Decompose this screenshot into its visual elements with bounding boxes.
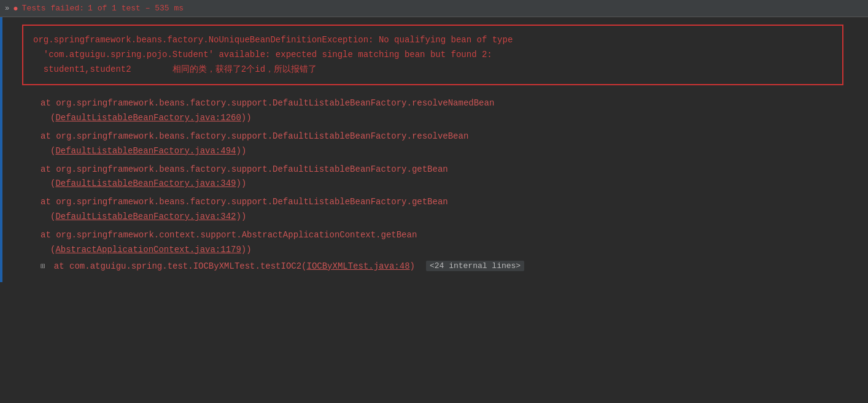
tests-failed-label: Tests failed: — [22, 4, 84, 13]
error-line-3-chinese: 相同的类，获得了2个id，所以报错了 — [131, 63, 317, 77]
expand-icon[interactable]: ⊞ — [41, 261, 45, 271]
stack-entry-3: at org.springframework.beans.factory.sup… — [41, 195, 868, 225]
stack-link-2: (DefaultListableBeanFactory.java:349)) — [41, 177, 868, 191]
top-bar: » ● Tests failed: 1 of 1 test – 535 ms — [0, 0, 868, 17]
left-accent-bar — [0, 17, 2, 282]
stack-entry-4: at org.springframework.context.support.A… — [41, 228, 868, 258]
stack-link-0: (DefaultListableBeanFactory.java:1260)) — [41, 111, 868, 126]
stack-link-4: (AbstractApplicationContext.java:1179)) — [41, 243, 868, 258]
stack-entry-1: at org.springframework.beans.factory.sup… — [41, 129, 868, 159]
error-box: org.springframework.beans.factory.NoUniq… — [22, 25, 843, 85]
stack-link-anchor-0[interactable]: DefaultListableBeanFactory.java:1260 — [55, 113, 241, 123]
chevron-icon: » — [5, 4, 9, 13]
stack-link-anchor-3[interactable]: DefaultListableBeanFactory.java:342 — [55, 212, 236, 221]
stack-link-suffix-4: ) — [241, 245, 246, 255]
error-line-1: org.springframework.beans.factory.NoUniq… — [33, 33, 832, 48]
stack-at-1: at org.springframework.beans.factory.sup… — [41, 129, 868, 144]
stack-link-suffix-3: ) — [236, 212, 241, 221]
stack-link-1: (DefaultListableBeanFactory.java:494)) — [41, 144, 868, 159]
internal-lines-badge: <24 internal lines> — [426, 261, 524, 271]
error-line-3: student1,student2 相同的类，获得了2个id，所以报错了 — [33, 63, 832, 77]
error-line-3-code: student1,student2 — [33, 63, 131, 77]
test-info: 1 of 1 test – 535 ms — [88, 4, 184, 13]
stack-link-anchor-2[interactable]: DefaultListableBeanFactory.java:349 — [55, 178, 236, 188]
error-icon: ● — [13, 4, 18, 13]
stack-at-4: at org.springframework.context.support.A… — [41, 228, 868, 243]
stack-entry-last: ⊞ at com.atguigu.spring.test.IOCByXMLTes… — [41, 261, 868, 271]
stack-link-suffix-1: ) — [236, 146, 241, 156]
stack-at-last: at com.atguigu.spring.test.IOCByXMLTest.… — [54, 261, 415, 271]
stack-at-2: at org.springframework.beans.factory.sup… — [41, 163, 868, 177]
stack-link-3: (DefaultListableBeanFactory.java:342)) — [41, 210, 868, 225]
stack-entry-0: at org.springframework.beans.factory.sup… — [41, 96, 868, 126]
stack-link-anchor-last[interactable]: IOCByXMLTest.java:48 — [307, 261, 410, 271]
stack-link-anchor-4[interactable]: AbstractApplicationContext.java:1179 — [55, 245, 241, 255]
stack-trace-section: at org.springframework.beans.factory.sup… — [22, 96, 868, 271]
stack-link-anchor-1[interactable]: DefaultListableBeanFactory.java:494 — [55, 146, 236, 156]
stack-at-0: at org.springframework.beans.factory.sup… — [41, 96, 868, 111]
stack-entry-2: at org.springframework.beans.factory.sup… — [41, 163, 868, 192]
stack-link-suffix-0: ) — [241, 113, 246, 123]
error-line-2: 'com.atguigu.spring.pojo.Student' availa… — [33, 48, 832, 63]
stack-link-suffix-2: ) — [236, 178, 241, 188]
stack-at-3: at org.springframework.beans.factory.sup… — [41, 195, 868, 210]
